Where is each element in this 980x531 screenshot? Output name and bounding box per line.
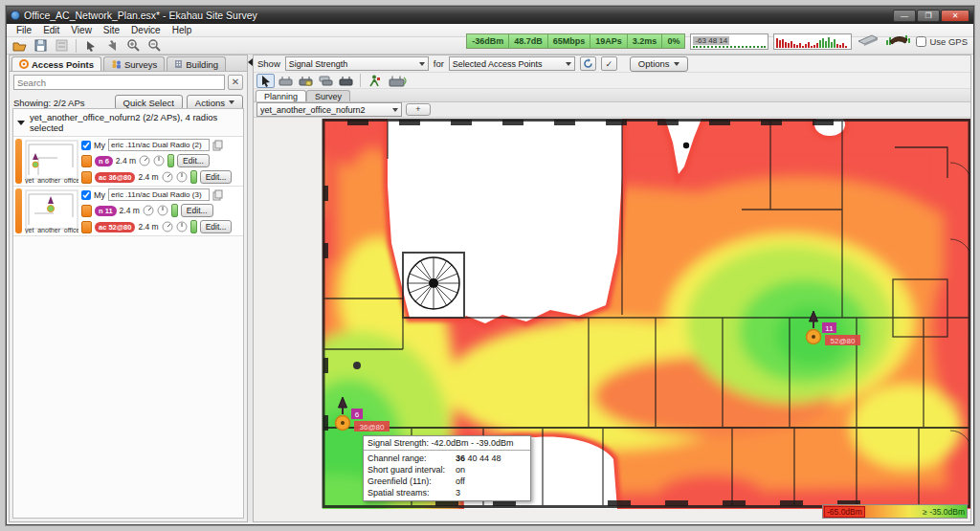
- tilt-dial[interactable]: [153, 155, 165, 166]
- add-floor-button[interactable]: +: [406, 103, 431, 116]
- map-select-tool[interactable]: [256, 74, 275, 88]
- tab-survey[interactable]: Survey: [306, 90, 350, 101]
- open-button[interactable]: [10, 38, 29, 54]
- ap-thumbnail-caption: yet_another_office_: [25, 177, 78, 184]
- tab-building[interactable]: Building: [167, 56, 226, 71]
- map-viewport[interactable]: 6 36@80 11 52@80: [254, 119, 970, 521]
- live-status-group: -36dBm 48.7dB 65Mbps 19APs 3.2ms 0% -63 …: [466, 30, 968, 53]
- tab-surveys[interactable]: Surveys: [103, 56, 165, 71]
- ap-copy-icon: [319, 75, 333, 86]
- edit-radio-button[interactable]: Edit...: [200, 220, 233, 233]
- tab-planning[interactable]: Planning: [256, 90, 306, 101]
- app-window: Office_AC_Network_Plan.esx* - Ekahau Sit…: [6, 6, 974, 525]
- radio-row: n 11 2.4 m Edit...: [81, 203, 241, 218]
- floor-select[interactable]: yet_another_office_nofurn2: [256, 102, 402, 117]
- pan-arrow-icon: [106, 40, 118, 52]
- azimuth-dial[interactable]: [162, 221, 173, 232]
- radio-row: ac 52@80 2.4 m Edit...: [81, 219, 241, 234]
- azimuth-dial[interactable]: [162, 171, 173, 183]
- spectrum-bars: [776, 37, 847, 48]
- tab-surveys-label: Surveys: [124, 59, 157, 70]
- add-ap-tool[interactable]: [277, 74, 295, 88]
- tilt-dial[interactable]: [157, 205, 168, 216]
- caret-down-icon: [566, 62, 571, 66]
- use-gps-checkbox[interactable]: [916, 36, 926, 47]
- channel-badge: n 6: [95, 156, 113, 166]
- radio-tag-icon: [81, 155, 92, 167]
- pan-tool-button[interactable]: [102, 38, 122, 54]
- loss-pill: 0%: [662, 34, 684, 48]
- minimize-button[interactable]: —: [893, 10, 916, 22]
- access-point-icon: [19, 59, 29, 69]
- add-measured-ap-tool[interactable]: [297, 74, 315, 88]
- copy-icon[interactable]: [212, 140, 223, 151]
- edit-radio-button[interactable]: Edit...: [181, 204, 213, 217]
- zoom-in-button[interactable]: [123, 38, 143, 54]
- ap-details: My eric .11n/ac Dual Radio (3) n 11 2.4 …: [79, 187, 243, 235]
- copy-ap-tool[interactable]: [317, 74, 335, 88]
- menu-edit[interactable]: Edit: [37, 25, 65, 35]
- maximize-button[interactable]: ❐: [917, 10, 940, 22]
- clear-search-button[interactable]: ✕: [228, 75, 243, 90]
- menu-device[interactable]: Device: [125, 25, 167, 35]
- zoom-in-icon: [127, 39, 140, 52]
- visualization-select[interactable]: Signal Strength: [285, 56, 429, 71]
- survey-tool[interactable]: [366, 74, 384, 88]
- simulate-ap-tool[interactable]: [386, 74, 411, 88]
- adapter-button[interactable]: [857, 33, 880, 50]
- my-ap-checkbox[interactable]: [81, 190, 91, 200]
- search-input[interactable]: [13, 75, 225, 90]
- ap-thumbnail: yet_another_office_: [25, 139, 78, 184]
- report-button[interactable]: [52, 38, 71, 54]
- snr-pill: 48.7dB: [509, 34, 548, 48]
- azimuth-dial[interactable]: [139, 155, 150, 166]
- tilt-dial[interactable]: [176, 221, 188, 232]
- refresh-button[interactable]: [580, 56, 596, 71]
- edit-radio-button[interactable]: Edit...: [200, 170, 233, 184]
- menu-site[interactable]: Site: [98, 25, 125, 35]
- ap-list-item[interactable]: yet_another_office_ My eric .11n/ac Dual…: [13, 137, 243, 187]
- close-button[interactable]: ✕: [941, 10, 969, 22]
- save-icon: [34, 39, 47, 52]
- note-field[interactable]: -63 48 14: [690, 33, 768, 50]
- zoom-out-icon: [148, 39, 161, 52]
- title-bar[interactable]: Office_AC_Network_Plan.esx* - Ekahau Sit…: [7, 7, 973, 24]
- use-gps-toggle[interactable]: Use GPS: [916, 36, 968, 47]
- menu-view[interactable]: View: [65, 25, 98, 35]
- power-slider[interactable]: [171, 204, 178, 217]
- cursor-arrow-icon: [85, 40, 97, 52]
- legend-max-label: ≥ -35.0dBm: [923, 507, 965, 517]
- ap-band-label: 52@80: [831, 337, 856, 345]
- azimuth-dial[interactable]: [143, 205, 154, 216]
- menu-help[interactable]: Help: [167, 25, 198, 35]
- ap-name-input[interactable]: eric .11n/ac Dual Radio (2): [108, 139, 210, 151]
- tooltip-row-value: 3: [456, 488, 526, 498]
- ap-list-item[interactable]: yet_another_office_ My eric .11n/ac Dual…: [13, 187, 243, 236]
- quick-select-label: Quick Select: [123, 98, 174, 108]
- save-button[interactable]: [31, 38, 50, 54]
- floor-group-header[interactable]: yet_another_office_nofurn2 (2/2 APs), 4 …: [13, 109, 243, 137]
- refresh-icon: [583, 58, 593, 69]
- power-slider[interactable]: [190, 220, 197, 233]
- edit-radio-button[interactable]: Edit...: [177, 154, 210, 167]
- power-slider[interactable]: [190, 170, 197, 184]
- menu-file[interactable]: File: [11, 25, 37, 35]
- scope-select[interactable]: Selected Access Points: [449, 56, 575, 71]
- power-slider[interactable]: [167, 154, 174, 167]
- tab-building-label: Building: [186, 59, 218, 70]
- dark-ap-tool[interactable]: [337, 74, 355, 88]
- zoom-out-button[interactable]: [145, 38, 164, 54]
- select-tool-button[interactable]: [81, 38, 100, 54]
- ap-thumbnail: yet_another_office_: [25, 188, 78, 233]
- tilt-dial[interactable]: [176, 171, 188, 183]
- auto-refresh-toggle[interactable]: ✓: [601, 56, 617, 71]
- radio-tag-icon: [81, 205, 92, 217]
- ap-dark-icon: [339, 76, 353, 86]
- tab-access-points[interactable]: Access Points: [11, 56, 101, 71]
- my-ap-checkbox[interactable]: [81, 141, 91, 150]
- copy-icon[interactable]: [212, 189, 223, 201]
- ap-signal-button[interactable]: [884, 32, 911, 51]
- radio-row: ac 36@80 2.4 m Edit...: [81, 169, 241, 185]
- options-button[interactable]: Options: [630, 56, 688, 72]
- ap-name-input[interactable]: eric .11n/ac Dual Radio (3): [108, 188, 210, 201]
